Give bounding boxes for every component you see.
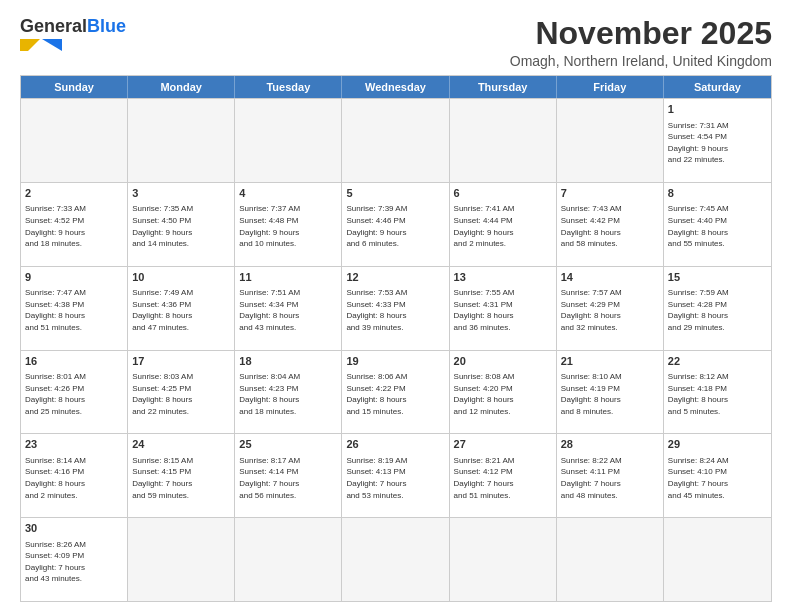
day-info: Sunrise: 8:06 AM Sunset: 4:22 PM Dayligh… bbox=[346, 371, 444, 417]
calendar-cell-empty bbox=[235, 518, 342, 601]
calendar-cell-empty bbox=[342, 518, 449, 601]
calendar-week-1: 2Sunrise: 7:33 AM Sunset: 4:52 PM Daylig… bbox=[21, 182, 771, 266]
day-info: Sunrise: 7:57 AM Sunset: 4:29 PM Dayligh… bbox=[561, 287, 659, 333]
day-info: Sunrise: 7:43 AM Sunset: 4:42 PM Dayligh… bbox=[561, 203, 659, 249]
calendar-cell-23: 23Sunrise: 8:14 AM Sunset: 4:16 PM Dayli… bbox=[21, 434, 128, 517]
day-number: 24 bbox=[132, 437, 230, 452]
page: General Blue November 2025 Omagh, Northe… bbox=[0, 0, 792, 612]
day-number: 11 bbox=[239, 270, 337, 285]
calendar-cell-9: 9Sunrise: 7:47 AM Sunset: 4:38 PM Daylig… bbox=[21, 267, 128, 350]
header-day-thursday: Thursday bbox=[450, 76, 557, 98]
day-info: Sunrise: 7:45 AM Sunset: 4:40 PM Dayligh… bbox=[668, 203, 767, 249]
calendar-cell-26: 26Sunrise: 8:19 AM Sunset: 4:13 PM Dayli… bbox=[342, 434, 449, 517]
calendar-cell-empty bbox=[664, 518, 771, 601]
calendar-cell-19: 19Sunrise: 8:06 AM Sunset: 4:22 PM Dayli… bbox=[342, 351, 449, 434]
calendar-cell-18: 18Sunrise: 8:04 AM Sunset: 4:23 PM Dayli… bbox=[235, 351, 342, 434]
header-day-sunday: Sunday bbox=[21, 76, 128, 98]
title-block: November 2025 Omagh, Northern Ireland, U… bbox=[510, 16, 772, 69]
calendar-cell-empty bbox=[21, 99, 128, 182]
calendar-cell-15: 15Sunrise: 7:59 AM Sunset: 4:28 PM Dayli… bbox=[664, 267, 771, 350]
day-info: Sunrise: 7:35 AM Sunset: 4:50 PM Dayligh… bbox=[132, 203, 230, 249]
day-number: 12 bbox=[346, 270, 444, 285]
calendar-cell-27: 27Sunrise: 8:21 AM Sunset: 4:12 PM Dayli… bbox=[450, 434, 557, 517]
calendar-cell-17: 17Sunrise: 8:03 AM Sunset: 4:25 PM Dayli… bbox=[128, 351, 235, 434]
calendar-cell-empty bbox=[557, 518, 664, 601]
logo-general: General bbox=[20, 16, 87, 37]
calendar-cell-25: 25Sunrise: 8:17 AM Sunset: 4:14 PM Dayli… bbox=[235, 434, 342, 517]
day-number: 22 bbox=[668, 354, 767, 369]
day-info: Sunrise: 7:47 AM Sunset: 4:38 PM Dayligh… bbox=[25, 287, 123, 333]
calendar-cell-6: 6Sunrise: 7:41 AM Sunset: 4:44 PM Daylig… bbox=[450, 183, 557, 266]
calendar-cell-2: 2Sunrise: 7:33 AM Sunset: 4:52 PM Daylig… bbox=[21, 183, 128, 266]
calendar-week-2: 9Sunrise: 7:47 AM Sunset: 4:38 PM Daylig… bbox=[21, 266, 771, 350]
day-info: Sunrise: 7:39 AM Sunset: 4:46 PM Dayligh… bbox=[346, 203, 444, 249]
day-number: 30 bbox=[25, 521, 123, 536]
day-info: Sunrise: 7:49 AM Sunset: 4:36 PM Dayligh… bbox=[132, 287, 230, 333]
calendar-cell-22: 22Sunrise: 8:12 AM Sunset: 4:18 PM Dayli… bbox=[664, 351, 771, 434]
calendar-cell-empty bbox=[128, 518, 235, 601]
day-number: 3 bbox=[132, 186, 230, 201]
day-info: Sunrise: 7:31 AM Sunset: 4:54 PM Dayligh… bbox=[668, 120, 767, 166]
logo-blue: Blue bbox=[87, 16, 126, 37]
calendar-week-5: 30Sunrise: 8:26 AM Sunset: 4:09 PM Dayli… bbox=[21, 517, 771, 601]
calendar-header: SundayMondayTuesdayWednesdayThursdayFrid… bbox=[21, 76, 771, 98]
calendar-cell-24: 24Sunrise: 8:15 AM Sunset: 4:15 PM Dayli… bbox=[128, 434, 235, 517]
header-day-monday: Monday bbox=[128, 76, 235, 98]
day-info: Sunrise: 7:51 AM Sunset: 4:34 PM Dayligh… bbox=[239, 287, 337, 333]
day-info: Sunrise: 8:26 AM Sunset: 4:09 PM Dayligh… bbox=[25, 539, 123, 585]
calendar-cell-16: 16Sunrise: 8:01 AM Sunset: 4:26 PM Dayli… bbox=[21, 351, 128, 434]
calendar-cell-20: 20Sunrise: 8:08 AM Sunset: 4:20 PM Dayli… bbox=[450, 351, 557, 434]
calendar-cell-3: 3Sunrise: 7:35 AM Sunset: 4:50 PM Daylig… bbox=[128, 183, 235, 266]
day-number: 21 bbox=[561, 354, 659, 369]
day-info: Sunrise: 8:03 AM Sunset: 4:25 PM Dayligh… bbox=[132, 371, 230, 417]
calendar-cell-30: 30Sunrise: 8:26 AM Sunset: 4:09 PM Dayli… bbox=[21, 518, 128, 601]
day-number: 28 bbox=[561, 437, 659, 452]
day-number: 25 bbox=[239, 437, 337, 452]
day-number: 10 bbox=[132, 270, 230, 285]
day-number: 2 bbox=[25, 186, 123, 201]
day-number: 29 bbox=[668, 437, 767, 452]
location-subtitle: Omagh, Northern Ireland, United Kingdom bbox=[510, 53, 772, 69]
calendar-cell-8: 8Sunrise: 7:45 AM Sunset: 4:40 PM Daylig… bbox=[664, 183, 771, 266]
header: General Blue November 2025 Omagh, Northe… bbox=[20, 16, 772, 69]
calendar-cell-empty bbox=[450, 518, 557, 601]
day-info: Sunrise: 8:10 AM Sunset: 4:19 PM Dayligh… bbox=[561, 371, 659, 417]
calendar-cell-1: 1Sunrise: 7:31 AM Sunset: 4:54 PM Daylig… bbox=[664, 99, 771, 182]
day-number: 19 bbox=[346, 354, 444, 369]
day-info: Sunrise: 7:55 AM Sunset: 4:31 PM Dayligh… bbox=[454, 287, 552, 333]
day-info: Sunrise: 7:53 AM Sunset: 4:33 PM Dayligh… bbox=[346, 287, 444, 333]
calendar-cell-empty bbox=[557, 99, 664, 182]
calendar-cell-empty bbox=[128, 99, 235, 182]
calendar-cell-12: 12Sunrise: 7:53 AM Sunset: 4:33 PM Dayli… bbox=[342, 267, 449, 350]
calendar-cell-21: 21Sunrise: 8:10 AM Sunset: 4:19 PM Dayli… bbox=[557, 351, 664, 434]
day-info: Sunrise: 8:17 AM Sunset: 4:14 PM Dayligh… bbox=[239, 455, 337, 501]
day-info: Sunrise: 8:22 AM Sunset: 4:11 PM Dayligh… bbox=[561, 455, 659, 501]
day-number: 18 bbox=[239, 354, 337, 369]
day-number: 5 bbox=[346, 186, 444, 201]
logo: General Blue bbox=[20, 16, 126, 51]
day-number: 7 bbox=[561, 186, 659, 201]
day-number: 14 bbox=[561, 270, 659, 285]
header-day-wednesday: Wednesday bbox=[342, 76, 449, 98]
calendar-cell-7: 7Sunrise: 7:43 AM Sunset: 4:42 PM Daylig… bbox=[557, 183, 664, 266]
calendar-cell-5: 5Sunrise: 7:39 AM Sunset: 4:46 PM Daylig… bbox=[342, 183, 449, 266]
day-info: Sunrise: 7:33 AM Sunset: 4:52 PM Dayligh… bbox=[25, 203, 123, 249]
day-number: 15 bbox=[668, 270, 767, 285]
day-number: 6 bbox=[454, 186, 552, 201]
day-number: 16 bbox=[25, 354, 123, 369]
day-info: Sunrise: 8:12 AM Sunset: 4:18 PM Dayligh… bbox=[668, 371, 767, 417]
day-info: Sunrise: 8:04 AM Sunset: 4:23 PM Dayligh… bbox=[239, 371, 337, 417]
day-number: 13 bbox=[454, 270, 552, 285]
calendar-cell-29: 29Sunrise: 8:24 AM Sunset: 4:10 PM Dayli… bbox=[664, 434, 771, 517]
calendar-cell-11: 11Sunrise: 7:51 AM Sunset: 4:34 PM Dayli… bbox=[235, 267, 342, 350]
calendar-week-4: 23Sunrise: 8:14 AM Sunset: 4:16 PM Dayli… bbox=[21, 433, 771, 517]
day-number: 23 bbox=[25, 437, 123, 452]
day-number: 20 bbox=[454, 354, 552, 369]
day-info: Sunrise: 8:14 AM Sunset: 4:16 PM Dayligh… bbox=[25, 455, 123, 501]
day-info: Sunrise: 7:59 AM Sunset: 4:28 PM Dayligh… bbox=[668, 287, 767, 333]
calendar-week-3: 16Sunrise: 8:01 AM Sunset: 4:26 PM Dayli… bbox=[21, 350, 771, 434]
day-number: 4 bbox=[239, 186, 337, 201]
day-info: Sunrise: 8:21 AM Sunset: 4:12 PM Dayligh… bbox=[454, 455, 552, 501]
day-info: Sunrise: 8:01 AM Sunset: 4:26 PM Dayligh… bbox=[25, 371, 123, 417]
calendar-cell-13: 13Sunrise: 7:55 AM Sunset: 4:31 PM Dayli… bbox=[450, 267, 557, 350]
